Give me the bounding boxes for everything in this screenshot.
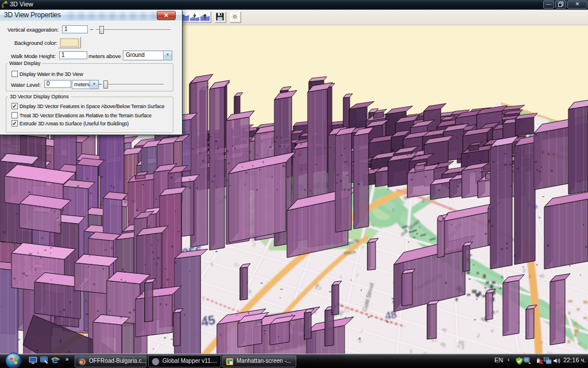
svg-text:3: 3 xyxy=(528,274,531,279)
svg-text:9: 9 xyxy=(248,289,251,295)
svg-text:1: 1 xyxy=(339,274,342,279)
svg-text:7: 7 xyxy=(202,296,205,302)
svg-text:45: 45 xyxy=(539,273,544,279)
svg-text:17: 17 xyxy=(344,307,350,314)
svg-text:3: 3 xyxy=(392,207,394,213)
svg-text:45: 45 xyxy=(200,312,216,329)
